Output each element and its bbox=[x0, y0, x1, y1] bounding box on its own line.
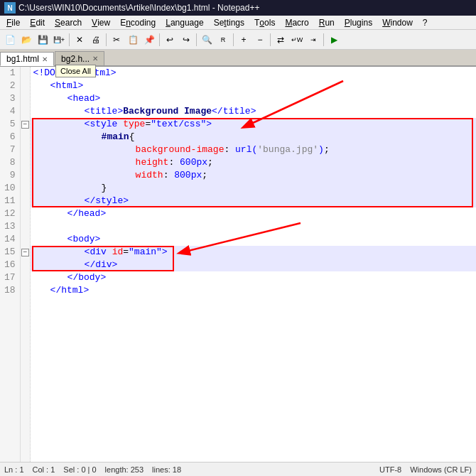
code-line-3: <head> bbox=[31, 92, 476, 105]
tab-bg1[interactable]: bg1.html ✕ bbox=[0, 52, 54, 66]
menu-file[interactable]: File bbox=[1, 16, 25, 29]
status-encoding: UTF-8 bbox=[379, 465, 401, 474]
code-line-10: } bbox=[31, 182, 476, 195]
print-button[interactable]: 🖨 bbox=[88, 32, 104, 48]
code-line-9: width: 800px; bbox=[31, 169, 476, 182]
ln-16: 16 bbox=[4, 259, 16, 271]
fold-1 bbox=[21, 67, 30, 80]
fold-12 bbox=[21, 207, 30, 220]
toolbar-sep-2 bbox=[106, 33, 107, 46]
code-line-2: <html> bbox=[31, 80, 476, 92]
sync-button[interactable]: ⇄ bbox=[273, 32, 288, 48]
toolbar-sep-1 bbox=[69, 33, 70, 46]
toolbar-sep-5 bbox=[233, 33, 234, 46]
status-sel: Sel : 0 | 0 bbox=[63, 465, 96, 474]
ln-1: 1 bbox=[4, 67, 16, 80]
code-line-8: height: 600px; bbox=[31, 156, 476, 169]
menu-tools[interactable]: Tools bbox=[249, 16, 280, 29]
code-line-6: #main { bbox=[31, 131, 476, 144]
fold-5[interactable]: − bbox=[21, 118, 30, 131]
ln-4: 4 bbox=[4, 105, 16, 118]
wrap-button[interactable]: ↵W bbox=[289, 32, 305, 48]
fold-15[interactable]: − bbox=[21, 246, 30, 259]
tab-bg2-label: bg2.h... bbox=[61, 54, 90, 64]
status-length: length: 253 bbox=[105, 465, 144, 474]
ln-5: 5 bbox=[4, 118, 16, 131]
menu-macro[interactable]: Macro bbox=[280, 16, 313, 29]
menu-search[interactable]: Search bbox=[50, 16, 87, 29]
tab-bg2-close[interactable]: ✕ bbox=[92, 55, 98, 63]
code-line-1: <!DOCTYPE html> bbox=[31, 67, 476, 80]
ln-12: 12 bbox=[4, 207, 16, 220]
code-line-14: <body> bbox=[31, 233, 476, 246]
open-button[interactable]: 📂 bbox=[18, 32, 34, 48]
line-numbers: 1 2 3 4 5 6 7 8 9 10 11 12 13 14 15 16 1… bbox=[0, 67, 21, 476]
save-all-button[interactable]: 💾+ bbox=[51, 32, 67, 48]
editor-wrapper: 1 2 3 4 5 6 7 8 9 10 11 12 13 14 15 16 1… bbox=[0, 67, 476, 476]
menu-language[interactable]: Language bbox=[161, 16, 208, 29]
fold-marker-15[interactable]: − bbox=[21, 249, 29, 256]
replace-button[interactable]: R bbox=[215, 32, 231, 48]
ln-14: 14 bbox=[4, 233, 16, 246]
toolbar-sep-6 bbox=[270, 33, 271, 46]
menu-help[interactable]: ? bbox=[418, 16, 433, 29]
find-button[interactable]: 🔍 bbox=[199, 32, 215, 48]
code-line-11: </style> bbox=[31, 195, 476, 207]
fold-column: − − bbox=[21, 67, 31, 476]
ln-13: 13 bbox=[4, 220, 16, 233]
run-file-button[interactable]: ▶ bbox=[326, 32, 342, 48]
status-type: Windows (CR LF) bbox=[410, 465, 472, 474]
fold-11 bbox=[21, 195, 30, 207]
ln-7: 7 bbox=[4, 144, 16, 156]
undo-button[interactable]: ↩ bbox=[162, 32, 178, 48]
indent-button[interactable]: ⇥ bbox=[305, 32, 321, 48]
cut-button[interactable]: ✂ bbox=[109, 32, 124, 48]
code-line-5: <style type="text/css"> bbox=[31, 118, 476, 131]
zoom-in-button[interactable]: + bbox=[236, 32, 251, 48]
close-all-tooltip: Close All bbox=[55, 65, 96, 77]
ln-8: 8 bbox=[4, 156, 16, 169]
ln-15: 15 bbox=[4, 246, 16, 259]
menu-plugins[interactable]: Plugins bbox=[340, 16, 377, 29]
code-line-12: </head> bbox=[31, 207, 476, 220]
title-bar: N C:\Users\WIN10\Documents\Artikel\Index… bbox=[0, 0, 476, 16]
fold-14 bbox=[21, 233, 30, 246]
menu-run[interactable]: Run bbox=[314, 16, 340, 29]
ln-18: 18 bbox=[4, 284, 16, 297]
fold-9 bbox=[21, 169, 30, 182]
status-bar: Ln : 1 Col : 1 Sel : 0 | 0 length: 253 l… bbox=[0, 462, 476, 476]
menu-edit[interactable]: Edit bbox=[25, 16, 50, 29]
code-area[interactable]: <!DOCTYPE html> <html> <head> <title>Bac… bbox=[31, 67, 476, 476]
save-button[interactable]: 💾 bbox=[35, 32, 50, 48]
fold-17 bbox=[21, 271, 30, 284]
ln-2: 2 bbox=[4, 80, 16, 92]
toolbar-sep-4 bbox=[196, 33, 197, 46]
tab-bg1-close[interactable]: ✕ bbox=[42, 55, 48, 63]
close-button[interactable]: ✕ bbox=[72, 32, 87, 48]
menu-settings[interactable]: Settings bbox=[209, 16, 249, 29]
menu-view[interactable]: View bbox=[87, 16, 115, 29]
fold-7 bbox=[21, 144, 30, 156]
tab-bar: bg1.html ✕ bg2.h... ✕ Close All bbox=[0, 50, 476, 67]
fold-3 bbox=[21, 92, 30, 105]
tab-bg2[interactable]: bg2.h... ✕ Close All bbox=[55, 51, 104, 65]
toolbar: 📄 📂 💾 💾+ ✕ 🖨 ✂ 📋 📌 ↩ ↪ 🔍 R + − ⇄ ↵W ⇥ ▶ bbox=[0, 30, 476, 50]
fold-10 bbox=[21, 182, 30, 195]
new-button[interactable]: 📄 bbox=[2, 32, 18, 48]
toolbar-sep-7 bbox=[323, 33, 324, 46]
app-icon: N bbox=[4, 2, 16, 13]
copy-button[interactable]: 📋 bbox=[125, 32, 141, 48]
fold-marker-5[interactable]: − bbox=[21, 121, 29, 129]
ln-6: 6 bbox=[4, 131, 16, 144]
tab-bg1-label: bg1.html bbox=[6, 54, 39, 64]
ln-11: 11 bbox=[4, 195, 16, 207]
redo-button[interactable]: ↪ bbox=[178, 32, 194, 48]
menu-window[interactable]: Window bbox=[377, 16, 418, 29]
menu-encoding[interactable]: Encoding bbox=[115, 16, 161, 29]
fold-8 bbox=[21, 156, 30, 169]
title-text: C:\Users\WIN10\Documents\Artikel\Index\b… bbox=[18, 3, 259, 13]
zoom-out-button[interactable]: − bbox=[252, 32, 268, 48]
fold-2 bbox=[21, 80, 30, 92]
code-line-15: <div id="main"> bbox=[31, 246, 476, 259]
paste-button[interactable]: 📌 bbox=[141, 32, 157, 48]
